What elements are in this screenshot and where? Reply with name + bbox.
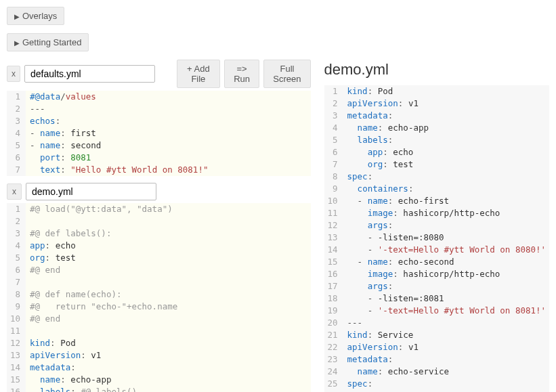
line-number: 4 (7, 240, 26, 252)
code-line: #@ return "echo-"+echo.name (26, 301, 311, 313)
line-number: 19 (324, 305, 343, 317)
file-block-1: x 1#@ load("@ytt:data", "data")2 3#@ def… (7, 183, 311, 392)
line-number: 11 (7, 325, 26, 337)
line-number: 1 (324, 85, 343, 97)
output-title: demo.yml (324, 61, 549, 79)
output-column: demo.yml 1kind: Pod2apiVersion: v13metad… (324, 60, 549, 392)
code-line: echos: (26, 115, 311, 127)
input-column: x + Add File => Run Full Screen 1#@data/… (7, 60, 311, 392)
line-number: 17 (324, 280, 343, 292)
fullscreen-button[interactable]: Full Screen (263, 60, 310, 88)
code-line: - name: echo-second (343, 256, 549, 268)
code-line: text: "Hello #ytt World on 8081!" (26, 164, 311, 176)
line-number: 6 (7, 264, 26, 276)
line-number: 22 (324, 341, 343, 353)
code-line: apiVersion: v1 (26, 349, 311, 362)
code-line: labels: (343, 134, 549, 146)
filename-input[interactable] (26, 183, 156, 200)
line-number: 25 (324, 378, 343, 390)
line-number: 12 (7, 337, 26, 349)
code-line: spec: (343, 378, 549, 390)
file-block-0: x + Add File => Run Full Screen 1#@data/… (7, 60, 311, 176)
line-number: 5 (324, 134, 343, 146)
line-number: 16 (324, 268, 343, 280)
line-number: 12 (324, 219, 343, 232)
code-line: name: echo-service (343, 366, 549, 378)
line-number: 13 (7, 349, 26, 362)
code-line: org: test (26, 252, 311, 264)
overlays-toggle[interactable]: ▶Overlays (7, 7, 64, 25)
code-line: kind: Pod (343, 85, 549, 97)
line-number: 2 (7, 215, 26, 227)
line-number: 1 (7, 203, 26, 215)
getting-started-toggle[interactable]: ▶Getting Started (7, 33, 89, 51)
code-line: args: (343, 219, 549, 232)
code-line: metadata: (343, 110, 549, 122)
line-number: 2 (324, 97, 343, 110)
line-number: 9 (324, 183, 343, 195)
code-line: image: hashicorp/http-echo (343, 207, 549, 219)
close-file-button[interactable]: x (7, 66, 20, 82)
code-line (26, 215, 311, 227)
close-file-button[interactable]: x (7, 183, 22, 200)
code-line: - name: second (26, 139, 311, 152)
line-number: 20 (324, 317, 343, 329)
code-line: --- (26, 103, 311, 115)
line-number: 21 (324, 329, 343, 341)
filename-input[interactable] (24, 65, 155, 83)
code-line: apiVersion: v1 (343, 341, 549, 353)
line-number: 23 (324, 353, 343, 366)
line-number: 6 (7, 152, 26, 164)
code-editor[interactable]: 1#@ load("@ytt:data", "data")2 3#@ def l… (7, 203, 311, 392)
line-number: 10 (7, 313, 26, 325)
code-line: containers: (343, 183, 549, 195)
code-line: kind: Pod (26, 337, 311, 349)
line-number: 7 (324, 158, 343, 171)
line-number: 13 (324, 232, 343, 244)
line-number: 14 (324, 244, 343, 256)
code-line: metadata: (343, 353, 549, 366)
code-line: name: echo-app (26, 374, 311, 386)
output-viewer: 1kind: Pod2apiVersion: v13metadata:4 nam… (324, 85, 549, 392)
code-line: #@ load("@ytt:data", "data") (26, 203, 311, 215)
code-line: #@ end (26, 313, 311, 325)
code-line: args: (343, 280, 549, 292)
line-number: 15 (324, 256, 343, 268)
code-line (26, 325, 311, 337)
line-number: 1 (7, 91, 26, 103)
add-file-button[interactable]: + Add File (177, 60, 220, 88)
line-number: 24 (324, 366, 343, 378)
code-line: - name: first (26, 127, 311, 139)
code-line: org: test (343, 158, 549, 171)
code-editor[interactable]: 1#@data/values2---3echos:4- name: first5… (7, 91, 311, 176)
line-number: 3 (7, 115, 26, 127)
line-number: 3 (7, 227, 26, 240)
run-button[interactable]: => Run (224, 60, 260, 88)
line-number: 18 (324, 292, 343, 305)
line-number: 16 (7, 386, 26, 392)
line-number: 4 (7, 127, 26, 139)
triangle-right-icon: ▶ (14, 13, 20, 20)
line-number: 5 (7, 252, 26, 264)
line-number: 9 (7, 301, 26, 313)
code-line: labels: #@ labels() (26, 386, 311, 392)
code-line: name: echo-app (343, 122, 549, 134)
line-number: 7 (7, 164, 26, 176)
code-line: kind: Service (343, 329, 549, 341)
code-line: #@ def name(echo): (26, 288, 311, 301)
line-number: 15 (7, 374, 26, 386)
line-number: 10 (324, 195, 343, 207)
line-number: 14 (7, 362, 26, 374)
code-line: - name: echo-first (343, 195, 549, 207)
code-line: app: echo (26, 240, 311, 252)
code-line: app: echo (343, 146, 549, 158)
overlays-label: Overlays (22, 11, 57, 21)
code-line: image: hashicorp/http-echo (343, 268, 549, 280)
code-line: port: 8081 (26, 152, 311, 164)
line-number: 7 (7, 276, 26, 288)
code-line: metadata: (26, 362, 311, 374)
code-line: spec: (343, 171, 549, 183)
code-line (26, 276, 311, 288)
code-line: - -listen=:8081 (343, 292, 549, 305)
line-number: 8 (7, 288, 26, 301)
